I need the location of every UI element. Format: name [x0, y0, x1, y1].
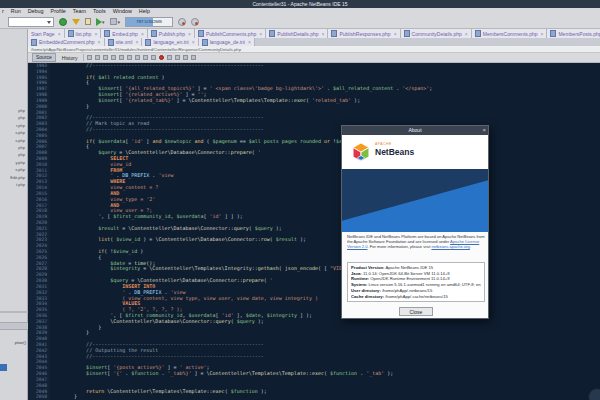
- menu-item-debug[interactable]: Debug: [28, 8, 44, 15]
- previous-bookmark-icon[interactable]: [143, 55, 148, 60]
- file-icon: [269, 30, 275, 37]
- editor-tab[interactable]: MembersPosts.php×: [547, 29, 600, 38]
- tab-label: language_de.ini: [210, 38, 245, 46]
- close-tab-icon[interactable]: ×: [248, 38, 251, 46]
- menu-item-r[interactable]: r: [2, 8, 4, 15]
- close-tab-icon[interactable]: ×: [58, 30, 61, 38]
- close-tab-icon[interactable]: ×: [141, 30, 144, 38]
- version-info-box: Product Version: Apache NetBeans IDE 15J…: [347, 262, 485, 302]
- project-file-item[interactable]: php: [0, 107, 27, 114]
- deploy-icon: [110, 18, 117, 25]
- file-icon: [331, 30, 337, 37]
- netbeans-brand-text: NetBeans: [375, 147, 414, 157]
- editor-tab[interactable]: Embed.php×: [101, 29, 148, 38]
- close-button[interactable]: Close: [399, 307, 433, 316]
- source-toggle-button[interactable]: Source: [32, 53, 56, 62]
- next-bookmark-icon[interactable]: [151, 55, 156, 60]
- file-icon: [550, 30, 556, 37]
- file-icon: [31, 39, 37, 46]
- project-file-item[interactable]: s.php: [0, 166, 27, 173]
- close-tab-icon[interactable]: ×: [322, 30, 325, 38]
- notification-bubble[interactable]: [588, 388, 600, 400]
- tab-label: Publish.php: [159, 30, 185, 38]
- close-tab-icon[interactable]: ×: [94, 30, 97, 38]
- navigator-panel-header: [0, 322, 28, 330]
- project-file-item[interactable]: s.php: [0, 137, 27, 144]
- editor-tab[interactable]: language_en.ini×: [142, 38, 198, 46]
- gc-icon[interactable]: [178, 18, 186, 26]
- close-tab-icon[interactable]: ×: [259, 30, 262, 38]
- tab-label: language_en.ini: [153, 38, 188, 46]
- about-dialog: About × APACHE NetBeans NetBeans IDE and…: [341, 125, 489, 319]
- shift-right-icon[interactable]: [175, 55, 180, 60]
- code-editor[interactable]: 1993 //---------------------------------…: [28, 63, 600, 400]
- dialog-close-icon[interactable]: ×: [482, 126, 486, 135]
- profile-points-icon[interactable]: [191, 18, 199, 26]
- file-icon: [104, 30, 110, 37]
- uncomment-icon[interactable]: [191, 55, 196, 60]
- editor-tab[interactable]: Publish.php×: [148, 29, 195, 38]
- filter-icon[interactable]: [72, 19, 80, 25]
- file-icon: [198, 30, 204, 37]
- project-file-item[interactable]: s.php: [0, 129, 27, 136]
- template-icon[interactable]: [85, 18, 91, 25]
- project-file-item[interactable]: php: [0, 114, 27, 121]
- close-tab-icon[interactable]: ×: [394, 30, 397, 38]
- editor-tab[interactable]: PublishResponses.php×: [328, 29, 400, 38]
- close-tab-icon[interactable]: ×: [98, 38, 101, 46]
- toggle-highlight-icon[interactable]: [135, 55, 140, 60]
- menu-item-profile[interactable]: Profile: [51, 8, 66, 15]
- forward-icon[interactable]: [103, 55, 108, 60]
- editor-tab[interactable]: PublishComments.php×: [195, 29, 266, 38]
- globe-icon[interactable]: [59, 18, 67, 26]
- menu-item-help[interactable]: Help: [139, 8, 150, 15]
- menu-item-window[interactable]: Window: [113, 8, 132, 15]
- dialog-title: About: [342, 126, 488, 135]
- editor-tab[interactable]: list.php×: [65, 29, 102, 38]
- close-tab-icon[interactable]: ×: [135, 38, 138, 46]
- navigator-item[interactable]: ption(): [0, 340, 28, 345]
- tab-label: PublishComments.php: [206, 30, 256, 38]
- close-tab-icon[interactable]: ×: [188, 30, 191, 38]
- find-previous-icon[interactable]: [127, 55, 132, 60]
- tab-label: PublishResponses.php: [339, 30, 390, 38]
- memory-text: 787.5/332MB: [126, 18, 172, 26]
- paragraph-text: . For more information, please visit: [367, 244, 431, 249]
- project-file-item[interactable]: r.php: [0, 122, 27, 129]
- find-selection-icon[interactable]: [111, 55, 116, 60]
- editor-tab[interactable]: CommunityDetails.php×: [401, 29, 472, 38]
- website-link[interactable]: netbeans.apache.org: [431, 244, 469, 249]
- close-tab-icon[interactable]: ×: [192, 38, 195, 46]
- project-file-item[interactable]: php: [0, 144, 27, 151]
- menu-item-run[interactable]: Run: [11, 8, 21, 15]
- netbeans-logo-area: APACHE NetBeans: [342, 135, 488, 169]
- breakpoint-icon[interactable]: [159, 55, 164, 60]
- history-toggle-button[interactable]: History: [59, 55, 81, 61]
- editor-tab[interactable]: EmbeddedComment.php×: [28, 38, 105, 46]
- editor-tab[interactable]: PublishDetails.php×: [266, 29, 328, 38]
- menu-item-tools[interactable]: Tools: [93, 8, 106, 15]
- tab-label: EmbeddedComment.php: [39, 38, 95, 46]
- config-combobox[interactable]: [8, 17, 54, 27]
- editor-tab[interactable]: Start Page×: [28, 29, 65, 38]
- toolbar-separator: [83, 54, 84, 61]
- editor-tab[interactable]: language_de.ini×: [199, 38, 255, 46]
- project-file-item[interactable]: php: [0, 151, 27, 158]
- chevron-down-icon: ▾: [118, 18, 121, 26]
- memory-bar[interactable]: 787.5/332MB: [125, 17, 173, 27]
- deploy-button[interactable]: ▾: [110, 18, 121, 26]
- back-icon[interactable]: [95, 55, 100, 60]
- editor-tab[interactable]: site.xml×: [105, 38, 143, 46]
- comment-icon[interactable]: [183, 55, 188, 60]
- close-tab-icon[interactable]: ×: [465, 30, 468, 38]
- project-file-item[interactable]: Edit.php: [0, 174, 27, 181]
- project-file-item[interactable]: y.php: [0, 159, 27, 166]
- menu-item-team[interactable]: Team: [73, 8, 86, 15]
- shift-left-icon[interactable]: [167, 55, 172, 60]
- run-button[interactable]: ▾: [96, 18, 105, 26]
- project-file-item[interactable]: t.php: [0, 181, 27, 188]
- find-next-icon[interactable]: [119, 55, 124, 60]
- close-tab-icon[interactable]: ×: [541, 30, 544, 38]
- editor-tab[interactable]: MembersComments.php×: [472, 29, 548, 38]
- last-edit-icon[interactable]: [87, 55, 92, 60]
